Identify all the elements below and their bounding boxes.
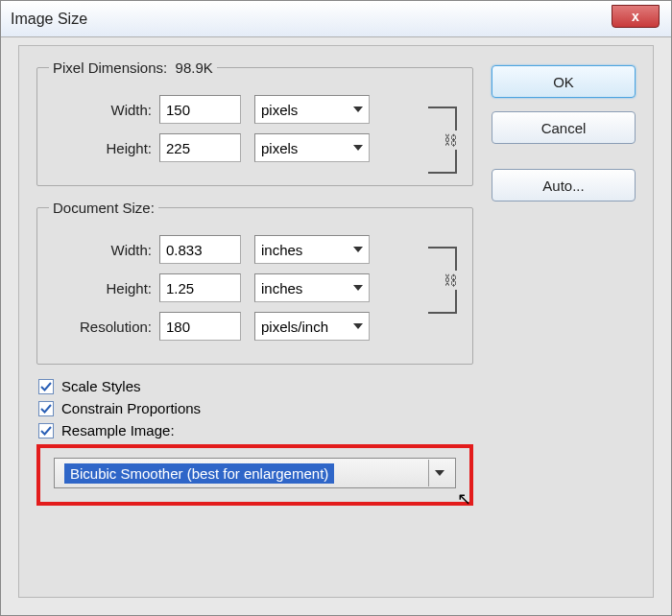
document-size-group: Document Size: Width: inches Height: inc… (36, 200, 473, 365)
pd-height-unit-select[interactable]: pixels (254, 133, 370, 162)
pd-height-label: Height: (49, 140, 159, 156)
chevron-down-icon (353, 247, 363, 252)
chain-link-icon: ⛓ (444, 130, 457, 150)
constrain-row: Constrain Proportions (38, 400, 473, 416)
ds-resolution-unit-select[interactable]: pixels/inch (254, 312, 370, 341)
chevron-down-icon (435, 470, 444, 476)
resample-label: Resample Image: (61, 422, 175, 438)
pixel-dimensions-group: Pixel Dimensions: 98.9K Width: pixels He… (36, 59, 473, 186)
ok-button[interactable]: OK (492, 65, 636, 98)
check-icon (40, 403, 52, 415)
side-column: OK Cancel Auto... (492, 59, 636, 215)
close-button[interactable]: x (612, 5, 660, 28)
check-icon (40, 381, 52, 392)
resample-method-select[interactable]: Bicubic Smoother (best for enlargement) (54, 458, 456, 488)
ds-width-row: Width: inches (49, 235, 461, 264)
resample-checkbox[interactable] (38, 423, 54, 438)
scale-styles-label: Scale Styles (61, 378, 141, 394)
pixel-dimensions-legend: Pixel Dimensions: 98.9K (49, 59, 217, 76)
ok-button-label: OK (553, 74, 574, 90)
window-title: Image Size (11, 11, 87, 28)
cancel-button[interactable]: Cancel (492, 111, 636, 144)
pd-height-row: Height: pixels (49, 133, 461, 162)
auto-button[interactable]: Auto... (492, 169, 636, 201)
check-icon (40, 425, 52, 437)
resample-dropdown-button[interactable] (428, 460, 449, 486)
dialog-window: Image Size x Pixel Dimensions: 98.9K Wid… (0, 0, 672, 616)
pd-width-row: Width: pixels (49, 95, 461, 124)
pd-link-bracket: ⛓ (428, 107, 457, 174)
constrain-label: Constrain Proportions (61, 400, 201, 416)
pd-height-input[interactable] (159, 133, 241, 162)
pd-legend-prefix: Pixel Dimensions: (53, 59, 167, 76)
close-icon: x (632, 9, 639, 24)
constrain-checkbox[interactable] (38, 401, 54, 416)
resample-method-text: Bicubic Smoother (best for enlargement) (64, 463, 334, 484)
ds-width-unit-select[interactable]: inches (254, 235, 370, 264)
pd-width-input[interactable] (159, 95, 241, 124)
ds-resolution-row: Resolution: pixels/inch (49, 312, 461, 341)
chevron-down-icon (353, 107, 363, 112)
chevron-down-icon (353, 285, 363, 291)
chevron-down-icon (353, 323, 363, 329)
ds-height-row: Height: inches (49, 273, 461, 302)
ds-height-input[interactable] (159, 273, 241, 302)
scale-styles-row: Scale Styles (38, 378, 473, 394)
ds-width-unit-text: inches (261, 242, 302, 258)
chevron-down-icon (353, 145, 363, 151)
ds-resolution-label: Resolution: (49, 319, 159, 335)
pd-width-unit-select[interactable]: pixels (254, 95, 370, 124)
resample-highlight-box: Bicubic Smoother (best for enlargement) … (36, 444, 473, 506)
pd-width-label: Width: (49, 102, 159, 118)
dialog-content: Pixel Dimensions: 98.9K Width: pixels He… (18, 45, 654, 598)
auto-button-label: Auto... (542, 178, 584, 194)
cursor-icon: ↖ (457, 488, 471, 509)
pd-height-unit-text: pixels (261, 140, 298, 156)
ds-res-unit-text: pixels/inch (261, 319, 328, 335)
ds-resolution-input[interactable] (159, 312, 241, 341)
titlebar: Image Size x (1, 1, 671, 37)
ds-width-input[interactable] (159, 235, 241, 264)
pd-size: 98.9K (176, 59, 213, 76)
resample-row: Resample Image: (38, 422, 473, 438)
document-size-legend: Document Size: (49, 200, 158, 216)
pd-width-unit-text: pixels (261, 102, 298, 118)
ds-height-unit-select[interactable]: inches (254, 273, 370, 302)
ds-height-label: Height: (49, 280, 159, 296)
chain-link-icon: ⛓ (444, 271, 457, 290)
ds-height-unit-text: inches (261, 280, 302, 296)
cancel-button-label: Cancel (541, 120, 587, 136)
ds-width-label: Width: (49, 242, 159, 258)
scale-styles-checkbox[interactable] (38, 379, 54, 394)
ds-link-bracket: ⛓ (428, 247, 457, 314)
main-column: Pixel Dimensions: 98.9K Width: pixels He… (36, 59, 473, 506)
